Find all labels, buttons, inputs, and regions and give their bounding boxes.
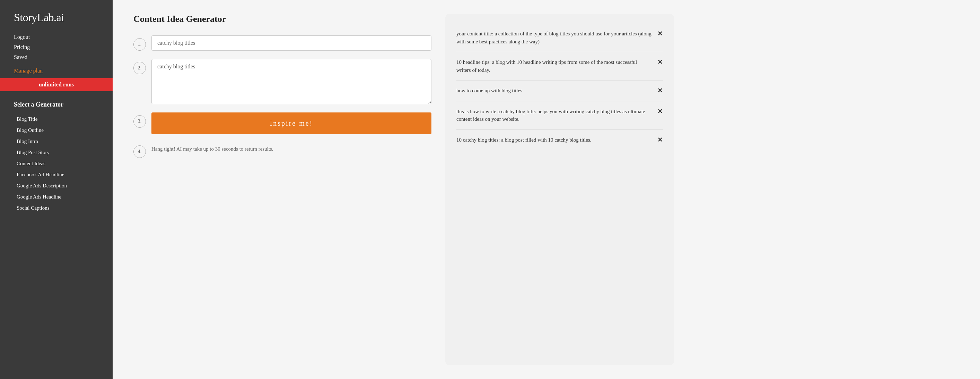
result-close-button[interactable]: ✕: [657, 107, 663, 115]
result-item: 10 headline tips: a blog with 10 headlin…: [457, 52, 663, 80]
unlimited-runs-badge: unlimited runs: [0, 78, 113, 91]
app-logo: StoryLab.ai: [0, 0, 113, 32]
result-text: your content title: a collection of the …: [457, 30, 657, 45]
sidebar-item-google-ads-description[interactable]: Google Ads Description: [17, 181, 96, 191]
step-2-textarea[interactable]: catchy blog titles: [151, 59, 431, 104]
step-3: 3. Inspire me!: [134, 112, 431, 134]
result-text: this is how to write a catchy blog title…: [457, 107, 657, 123]
generator-menu: Blog TitleBlog OutlineBlog IntroBlog Pos…: [0, 114, 113, 213]
nav-pricing[interactable]: Pricing: [14, 42, 99, 53]
top-nav: Logout Pricing Saved: [0, 32, 113, 62]
main-content: Content Idea Generator 1. 2. catchy blog…: [113, 0, 980, 379]
sidebar-item-blog-outline[interactable]: Blog Outline: [17, 125, 96, 135]
sidebar-item-blog-title[interactable]: Blog Title: [17, 114, 96, 124]
nav-saved[interactable]: Saved: [14, 53, 99, 62]
result-item: 10 catchy blog titles: a blog post fille…: [457, 130, 663, 150]
result-item: how to come up with blog titles.✕: [457, 80, 663, 101]
result-close-button[interactable]: ✕: [657, 30, 663, 37]
sidebar-item-blog-post-story[interactable]: Blog Post Story: [17, 147, 96, 158]
step-3-circle: 3.: [134, 115, 146, 128]
manage-plan-section: Manage plan: [0, 68, 113, 74]
result-text: 10 headline tips: a blog with 10 headlin…: [457, 58, 657, 74]
step-2-circle: 2.: [134, 62, 146, 74]
select-generator-title: Select a Generator: [0, 101, 113, 108]
step-1-circle: 1.: [134, 38, 146, 51]
sidebar: StoryLab.ai Logout Pricing Saved Manage …: [0, 0, 113, 379]
results-panel: your content title: a collection of the …: [445, 14, 674, 365]
sidebar-item-social-captions[interactable]: Social Captions: [17, 203, 96, 213]
step-2: 2. catchy blog titles: [134, 59, 431, 104]
page-title: Content Idea Generator: [134, 14, 431, 24]
sidebar-item-google-ads-headline[interactable]: Google Ads Headline: [17, 192, 96, 202]
step-1: 1.: [134, 35, 431, 51]
result-text: how to come up with blog titles.: [457, 87, 657, 95]
step-4: 4. Hang tight! AI may take up to 30 seco…: [134, 142, 431, 158]
sidebar-item-blog-intro[interactable]: Blog Intro: [17, 136, 96, 147]
inspire-button[interactable]: Inspire me!: [151, 112, 431, 134]
step-1-input[interactable]: [151, 35, 431, 51]
manage-plan-link[interactable]: Manage plan: [14, 68, 43, 74]
result-item: this is how to write a catchy blog title…: [457, 101, 663, 130]
result-item: your content title: a collection of the …: [457, 24, 663, 52]
nav-logout[interactable]: Logout: [14, 32, 99, 42]
sidebar-item-content-ideas[interactable]: Content Ideas: [17, 158, 96, 169]
form-section: Content Idea Generator 1. 2. catchy blog…: [134, 14, 431, 365]
step-4-circle: 4.: [134, 146, 146, 158]
step-4-hint: Hang tight! AI may take up to 30 seconds…: [151, 142, 431, 152]
result-close-button[interactable]: ✕: [657, 58, 663, 66]
sidebar-item-facebook-ad-headline[interactable]: Facebook Ad Headline: [17, 170, 96, 180]
result-text: 10 catchy blog titles: a blog post fille…: [457, 136, 657, 144]
result-close-button[interactable]: ✕: [657, 87, 663, 94]
result-close-button[interactable]: ✕: [657, 136, 663, 144]
